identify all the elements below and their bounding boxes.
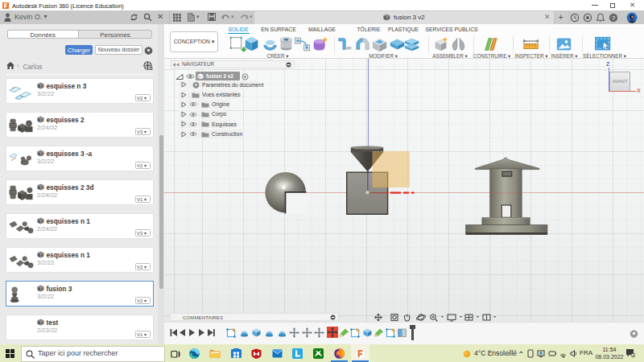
svg-text:?: ? [612, 14, 615, 21]
